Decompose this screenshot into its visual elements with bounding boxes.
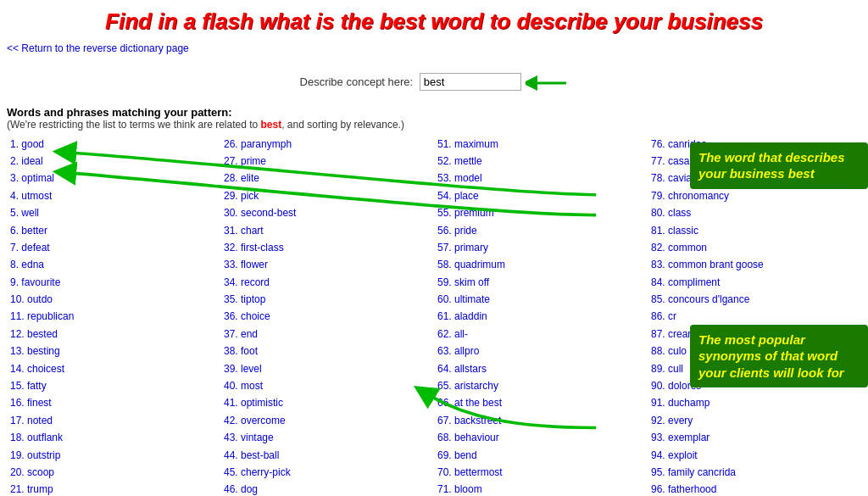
word-link[interactable]: 56. pride [437, 225, 477, 237]
word-link[interactable]: 35. tiptop [224, 293, 265, 305]
word-link[interactable]: 96. fatherhood [651, 483, 716, 495]
word-link[interactable]: 40. most [224, 380, 263, 392]
word-link[interactable]: 63. allpro [437, 345, 479, 357]
word-link[interactable]: 94. exploit [651, 449, 698, 461]
word-link[interactable]: 58. quadrimum [437, 259, 505, 270]
word-link[interactable]: 79. chronomancy [651, 190, 729, 202]
word-link[interactable]: 90. dolores [651, 380, 701, 392]
word-link[interactable]: 57. primary [437, 242, 488, 254]
word-link[interactable]: 1. good [10, 138, 44, 150]
word-link[interactable]: 92. every [651, 415, 693, 426]
word-link[interactable]: 86. cr [651, 310, 676, 322]
word-link[interactable]: 9. favourite [10, 276, 60, 288]
word-link[interactable]: 6. better [10, 225, 47, 237]
word-link[interactable]: 26. paranymph [224, 138, 292, 150]
word-link[interactable]: 39. level [224, 363, 262, 375]
word-link[interactable]: 30. second-best [224, 207, 296, 219]
word-link[interactable]: 33. flower [224, 259, 268, 270]
word-link[interactable]: 8. edna [10, 259, 44, 270]
word-link[interactable]: 17. noted [10, 415, 53, 426]
word-link[interactable]: 55. premium [437, 207, 494, 219]
word-link[interactable]: 83. common brant goose [651, 259, 764, 270]
word-link[interactable]: 41. optimistic [224, 397, 283, 409]
word-link[interactable]: 27. prime [224, 155, 266, 167]
word-link[interactable]: 53. model [437, 172, 482, 184]
word-link[interactable]: 89. cull [651, 363, 683, 375]
word-link[interactable]: 68. behaviour [437, 432, 499, 443]
word-link[interactable]: 88. culo [651, 345, 687, 357]
list-item: 61. aladdin [437, 308, 644, 325]
word-link[interactable]: 61. aladdin [437, 310, 487, 322]
word-link[interactable]: 37. end [224, 328, 258, 340]
word-link[interactable]: 20. scoop [10, 466, 54, 478]
list-item: 58. quadrimum [437, 256, 644, 273]
list-item: 34. record [224, 274, 431, 291]
col2-list: 26. paranymph27. prime28. elite29. pick3… [224, 136, 431, 496]
list-item: 93. exemplar [651, 429, 858, 446]
word-link[interactable]: 66. at the best [437, 397, 502, 409]
word-link[interactable]: 29. pick [224, 190, 259, 202]
word-col-2: 26. paranymph27. prime28. elite29. pick3… [220, 136, 434, 496]
word-link[interactable]: 51. maximum [437, 138, 498, 150]
word-link[interactable]: 78. caviar [651, 172, 695, 184]
results-subtitle: (We're restricting the list to terms we … [7, 119, 861, 131]
word-link[interactable]: 52. mettle [437, 155, 482, 167]
word-link[interactable]: 95. family cancrida [651, 466, 736, 478]
word-link[interactable]: 7. defeat [10, 242, 50, 254]
word-link[interactable]: 13. besting [10, 345, 60, 357]
word-link[interactable]: 5. well [10, 207, 39, 219]
word-link[interactable]: 31. chart [224, 225, 264, 237]
word-link[interactable]: 70. bettermost [437, 466, 503, 478]
return-link[interactable]: << Return to the reverse dictionary page [7, 42, 189, 54]
word-link[interactable]: 59. skim off [437, 276, 489, 288]
word-link[interactable]: 76. canridae [651, 138, 707, 150]
word-link[interactable]: 14. choicest [10, 363, 64, 375]
word-link[interactable]: 91. duchamp [651, 397, 709, 409]
word-link[interactable]: 32. first-class [224, 242, 284, 254]
word-link[interactable]: 82. common [651, 242, 707, 254]
word-link[interactable]: 85. concours d'lgance [651, 293, 749, 305]
list-item: 29. pick [224, 187, 431, 204]
list-item: 12. bested [10, 326, 217, 343]
list-item: 46. dog [224, 481, 431, 496]
word-link[interactable]: 71. bloom [437, 483, 482, 495]
word-link[interactable]: 36. choice [224, 310, 270, 322]
word-link[interactable]: 69. bend [437, 449, 477, 461]
word-link[interactable]: 84. compliment [651, 276, 720, 288]
list-item: 76. canridae [651, 136, 858, 153]
word-link[interactable]: 38. foot [224, 345, 258, 357]
header-banner: Find in a flash what is the best word to… [0, 0, 868, 39]
word-link[interactable]: 54. place [437, 190, 479, 202]
word-link[interactable]: 10. outdo [10, 293, 53, 305]
word-link[interactable]: 42. overcome [224, 415, 286, 426]
list-item: 31. chart [224, 222, 431, 239]
search-input[interactable] [420, 73, 521, 91]
word-link[interactable]: 15. fatty [10, 380, 47, 392]
word-link[interactable]: 12. bested [10, 328, 58, 340]
word-link[interactable]: 93. exemplar [651, 432, 709, 443]
word-link[interactable]: 28. elite [224, 172, 259, 184]
word-link[interactable]: 43. vintage [224, 432, 274, 443]
word-link[interactable]: 34. record [224, 276, 270, 288]
word-link[interactable]: 21. trump [10, 483, 53, 495]
word-link[interactable]: 2. ideal [10, 155, 43, 167]
word-link[interactable]: 81. classic [651, 225, 698, 237]
word-link[interactable]: 64. allstars [437, 363, 487, 375]
word-link[interactable]: 77. casablanca [651, 155, 720, 167]
word-link[interactable]: 80. class [651, 207, 691, 219]
word-link[interactable]: 62. all- [437, 328, 468, 340]
word-link[interactable]: 44. best-ball [224, 449, 279, 461]
word-link[interactable]: 60. ultimate [437, 293, 490, 305]
word-link[interactable]: 18. outflank [10, 432, 63, 443]
return-link-area: << Return to the reverse dictionary page [0, 39, 868, 58]
word-link[interactable]: 46. dog [224, 483, 258, 495]
word-link[interactable]: 3. optimal [10, 172, 54, 184]
word-link[interactable]: 45. cherry-pick [224, 466, 291, 478]
word-link[interactable]: 87. cream off [651, 328, 710, 340]
word-link[interactable]: 19. outstrip [10, 449, 60, 461]
word-link[interactable]: 4. utmost [10, 190, 52, 202]
word-link[interactable]: 16. finest [10, 397, 52, 409]
word-link[interactable]: 11. republican [10, 310, 74, 322]
word-link[interactable]: 65. aristarchy [437, 380, 498, 392]
word-link[interactable]: 67. backstreet [437, 415, 501, 426]
